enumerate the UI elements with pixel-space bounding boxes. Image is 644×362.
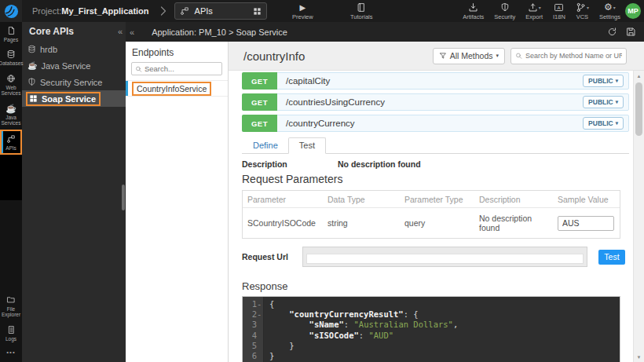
- test-button[interactable]: Test: [598, 250, 625, 265]
- service-path-title: /countryInfo: [243, 49, 305, 63]
- main-panel: /countryInfo All Methods ▾ GET /capitalC…: [229, 42, 644, 362]
- sidebar-item-databases[interactable]: Databases: [0, 46, 22, 69]
- operation-row[interactable]: GET /capitalCity PUBLIC▾: [242, 72, 629, 90]
- security-button[interactable]: Security: [494, 2, 515, 20]
- grid-menu-icon[interactable]: [253, 7, 262, 16]
- workspace-tab-apis[interactable]: APIs: [174, 2, 267, 20]
- main-scrollbar[interactable]: ▲ ▼: [633, 71, 644, 362]
- rail-label: File Explorer: [0, 306, 22, 318]
- scrollbar-thumb[interactable]: [635, 82, 642, 136]
- page-icon: [7, 26, 16, 35]
- endpoint-item-countryinfoservice[interactable]: CountryInfoService: [126, 80, 228, 97]
- sidebar-item-web-services[interactable]: Web Services: [0, 70, 22, 100]
- tab-test[interactable]: Test: [288, 137, 326, 154]
- http-method-badge[interactable]: GET: [242, 115, 277, 132]
- access-dropdown[interactable]: PUBLIC▾: [583, 75, 624, 87]
- access-label: PUBLIC: [588, 119, 613, 127]
- play-icon: ▶: [299, 2, 306, 13]
- core-api-label: Java Service: [41, 61, 90, 71]
- artifacts-label: Artifacts: [463, 13, 484, 20]
- endpoints-search[interactable]: [131, 62, 222, 75]
- core-apis-title: Core APIs: [29, 26, 74, 37]
- endpoints-search-input[interactable]: [145, 64, 218, 73]
- sidebar-item-logs[interactable]: Logs: [0, 321, 22, 345]
- core-api-item-security-service[interactable]: Security Service: [22, 74, 126, 90]
- editor-gutter: 1- 2- 3 4 5 6: [243, 297, 264, 362]
- gear-icon: ⚙: [604, 2, 613, 13]
- tutorials-label: Tutorials: [350, 13, 372, 20]
- operation-row[interactable]: GET /countryCurrency PUBLIC▾: [242, 115, 629, 132]
- method-search-input[interactable]: [525, 52, 622, 60]
- caret-down-icon: ▾: [616, 78, 618, 84]
- column-header: Description: [474, 191, 553, 207]
- collapse-panel-icon[interactable]: «: [126, 27, 139, 37]
- export-button[interactable]: ▾ Export: [525, 2, 543, 20]
- i18n-label: I18N: [553, 13, 565, 20]
- http-method-badge[interactable]: GET: [242, 93, 277, 111]
- caret-down-icon: ▾: [587, 5, 589, 10]
- description-cell: No description found: [474, 208, 553, 238]
- methods-filter-label: All Methods: [450, 51, 493, 60]
- operation-path: /capitalCity: [286, 76, 330, 86]
- column-header: Parameter Type: [400, 191, 474, 207]
- sidebar-item-file-explorer[interactable]: File Explorer: [0, 291, 22, 321]
- http-method-badge[interactable]: GET: [242, 72, 277, 90]
- sidebar-item-java-services[interactable]: ☕ Java Services: [0, 100, 22, 130]
- api-icon: [180, 6, 189, 16]
- soap-service-icon: [29, 94, 38, 103]
- access-dropdown[interactable]: PUBLIC▾: [583, 117, 624, 130]
- coffee-icon: ☕: [27, 61, 37, 71]
- fold-marker[interactable]: -: [257, 309, 262, 320]
- search-icon: [515, 52, 522, 60]
- user-avatar[interactable]: MP: [625, 3, 641, 19]
- core-api-item-hrdb[interactable]: hrdb: [22, 41, 126, 57]
- access-dropdown[interactable]: PUBLIC▾: [583, 96, 624, 108]
- sidebar-item-pages[interactable]: Pages: [0, 22, 22, 46]
- methods-filter-dropdown[interactable]: All Methods ▾: [433, 48, 505, 64]
- description-label: Description: [242, 159, 338, 169]
- save-button[interactable]: [626, 27, 636, 37]
- service-content: GET /capitalCity PUBLIC▾ GET /countriesU…: [229, 71, 633, 362]
- request-url-container: [302, 247, 587, 267]
- i18n-button[interactable]: A I18N: [553, 2, 565, 20]
- search-icon: [135, 65, 142, 73]
- caret-down-icon: ▾: [539, 5, 541, 10]
- rail-label: Databases: [0, 60, 24, 66]
- vcs-label: VCS: [576, 13, 588, 20]
- settings-button[interactable]: ⚙ ▾ Settings: [599, 2, 620, 20]
- vcs-button[interactable]: ▾ VCS: [576, 2, 589, 20]
- scroll-up-arrow[interactable]: ▲: [634, 71, 644, 81]
- shield-icon: [27, 78, 36, 86]
- application-bar: « Application: PM_10 > Soap Service: [126, 22, 644, 42]
- sample-value-input[interactable]: [558, 216, 614, 231]
- tutorials-button[interactable]: Tutorials: [350, 2, 372, 20]
- table-row: SCountryISOCode string query No descript…: [243, 208, 620, 238]
- refresh-button[interactable]: [607, 27, 617, 37]
- request-parameters-title: Request Parameters: [242, 173, 629, 185]
- sidebar-item-apis[interactable]: APIs: [0, 130, 22, 155]
- book-icon: [357, 2, 366, 13]
- translate-icon: A: [554, 2, 564, 13]
- more-options-icon[interactable]: •••: [6, 349, 15, 356]
- core-api-label: Soap Service: [42, 94, 96, 104]
- endpoints-panel: Endpoints CountryInfoService: [126, 42, 229, 362]
- core-api-item-java-service[interactable]: ☕ Java Service: [22, 57, 126, 74]
- request-url-input[interactable]: [306, 254, 584, 264]
- svg-text:A: A: [558, 5, 562, 10]
- fold-marker: [257, 341, 262, 351]
- core-panel-scrollbar-thumb[interactable]: [122, 185, 125, 210]
- operation-row[interactable]: GET /countriesUsingCurrency PUBLIC▾: [242, 93, 629, 111]
- response-code-editor: 1- 2- 3 4 5 6 { "countryCurrencyResult":…: [242, 296, 620, 362]
- scroll-down-arrow[interactable]: ▼: [634, 352, 644, 362]
- collapse-panel-icon[interactable]: «: [118, 27, 123, 36]
- artifacts-button[interactable]: Artifacts: [463, 2, 484, 20]
- preview-button[interactable]: ▶ Preview: [292, 2, 313, 20]
- project-label: Project:: [32, 6, 61, 16]
- app-logo[interactable]: [0, 0, 22, 22]
- fold-marker[interactable]: -: [257, 299, 262, 309]
- core-api-item-soap-service[interactable]: Soap Service: [22, 90, 126, 107]
- core-api-label: hrdb: [40, 45, 57, 54]
- tab-define[interactable]: Define: [243, 138, 288, 153]
- data-type-cell: string: [323, 213, 400, 233]
- method-search[interactable]: [510, 48, 627, 64]
